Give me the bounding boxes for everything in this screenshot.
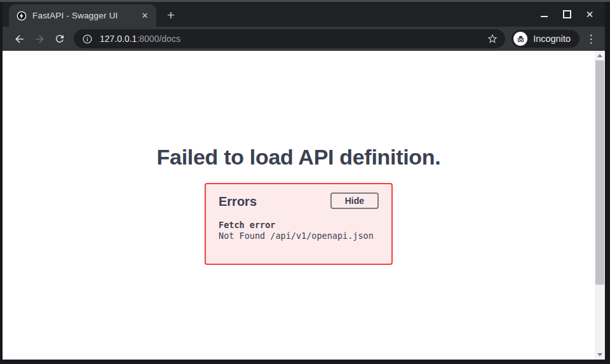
forward-arrow-icon (34, 33, 46, 45)
forward-button[interactable] (30, 30, 48, 48)
error-title: Fetch error (219, 220, 379, 231)
browser-window: FastAPI - Swagger UI ✕ + ✕ (3, 2, 605, 360)
back-button[interactable] (10, 30, 28, 48)
scroll-down-arrow-icon (597, 353, 602, 356)
vertical-scrollbar[interactable] (595, 51, 605, 360)
maximize-button[interactable] (560, 8, 573, 21)
tab-title: FastAPI - Swagger UI (32, 11, 133, 20)
url-path: :8000/docs (137, 34, 180, 44)
back-arrow-icon (13, 33, 25, 45)
scroll-down-button[interactable] (595, 350, 605, 360)
tab-strip: FastAPI - Swagger UI ✕ + ✕ (3, 2, 605, 27)
browser-toolbar: 127.0.0.1:8000/docs Incognito ⋮ (3, 27, 605, 51)
error-detail: Not Found /api/v1/openapi.json (219, 231, 379, 241)
errors-panel-header: Errors Hide (219, 192, 379, 209)
window-close-icon: ✕ (586, 10, 594, 19)
maximize-icon (563, 10, 571, 18)
scrollbar-thumb[interactable] (595, 60, 604, 285)
url-host: 127.0.0.1 (100, 34, 137, 44)
page-title: Failed to load API definition. (3, 145, 595, 170)
hide-errors-button[interactable]: Hide (330, 192, 379, 209)
info-icon (82, 34, 93, 44)
page-viewport: Failed to load API definition. Errors Hi… (3, 51, 605, 360)
minimize-icon (541, 16, 548, 17)
reload-button[interactable] (51, 30, 69, 48)
kebab-menu-icon: ⋮ (586, 32, 597, 46)
scroll-up-arrow-icon (597, 54, 602, 57)
new-tab-button[interactable]: + (161, 5, 180, 25)
window-close-button[interactable]: ✕ (583, 8, 596, 21)
incognito-badge: Incognito (512, 30, 580, 48)
address-bar[interactable]: 127.0.0.1:8000/docs (74, 29, 505, 48)
swagger-ui-page: Failed to load API definition. Errors Hi… (3, 51, 605, 360)
incognito-icon (513, 32, 527, 46)
errors-panel-title: Errors (219, 194, 257, 209)
error-item: Fetch error Not Found /api/v1/openapi.js… (219, 220, 379, 242)
site-info-button[interactable] (82, 34, 93, 44)
url-text[interactable]: 127.0.0.1:8000/docs (100, 34, 485, 44)
incognito-label: Incognito (533, 34, 571, 44)
minimize-button[interactable] (538, 8, 550, 21)
tab-close-icon[interactable]: ✕ (139, 10, 151, 22)
plus-icon: + (167, 8, 175, 23)
scroll-up-button[interactable] (595, 51, 605, 60)
star-icon (487, 33, 498, 44)
errors-panel: Errors Hide Fetch error Not Found /api/v… (205, 183, 393, 265)
reload-icon (54, 33, 65, 44)
browser-menu-button[interactable]: ⋮ (583, 30, 599, 48)
tab-fastapi-swagger[interactable]: FastAPI - Swagger UI ✕ (9, 4, 156, 27)
bookmark-button[interactable] (485, 31, 500, 46)
window-controls: ✕ (538, 2, 596, 27)
fastapi-favicon-icon (17, 11, 27, 21)
